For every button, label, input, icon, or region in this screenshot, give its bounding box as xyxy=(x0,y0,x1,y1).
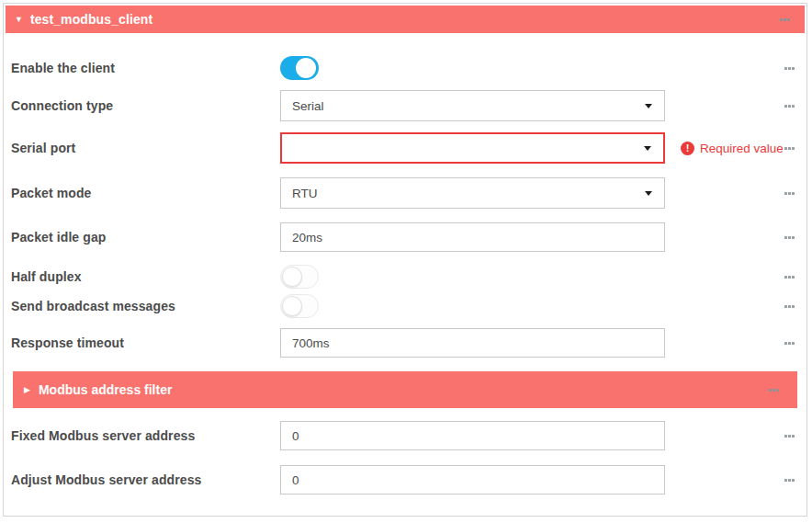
row-adjust-modbus-address: Adjust Modbus server address xyxy=(4,465,806,495)
fixed-modbus-address-label: Fixed Modbus server address xyxy=(11,428,280,443)
toggle-knob xyxy=(296,58,316,78)
serial-port-label: Serial port xyxy=(11,141,280,155)
ellipsis-menu-icon[interactable] xyxy=(784,236,795,239)
packet-mode-select[interactable]: RTU xyxy=(280,177,665,209)
serial-port-select[interactable] xyxy=(280,132,665,164)
connection-type-label: Connection type xyxy=(11,98,280,113)
caret-down-icon xyxy=(645,104,652,108)
ellipsis-menu-icon[interactable] xyxy=(784,342,795,345)
half-duplex-label: Half duplex xyxy=(11,269,280,284)
send-broadcast-label: Send broadcast messages xyxy=(11,299,280,313)
toggle-knob xyxy=(282,296,302,316)
select-value: Serial xyxy=(292,99,324,113)
ellipsis-menu-icon[interactable] xyxy=(769,389,779,392)
collapse-icon: ▼ xyxy=(15,16,23,24)
ellipsis-menu-icon[interactable] xyxy=(784,67,795,70)
ellipsis-menu-icon[interactable] xyxy=(784,479,795,482)
row-send-broadcast: Send broadcast messages xyxy=(4,294,806,318)
validation-error: ! Required value xyxy=(681,142,784,155)
packet-idle-gap-input[interactable] xyxy=(280,222,665,252)
toggle-knob xyxy=(282,267,302,287)
row-enable-client: Enable the client xyxy=(4,55,806,81)
row-packet-mode: Packet mode RTU xyxy=(4,177,806,209)
row-half-duplex: Half duplex xyxy=(4,265,806,289)
row-fixed-modbus-address: Fixed Modbus server address xyxy=(4,421,806,450)
enable-client-label: Enable the client xyxy=(11,61,280,75)
enable-client-toggle[interactable] xyxy=(280,56,319,80)
ellipsis-menu-icon[interactable] xyxy=(784,192,795,195)
ellipsis-menu-icon[interactable] xyxy=(784,305,795,308)
panel-header[interactable]: ▼ test_modbus_client xyxy=(6,6,805,33)
adjust-modbus-address-input[interactable] xyxy=(280,465,665,495)
error-text: Required value xyxy=(700,142,784,155)
row-packet-idle-gap: Packet idle gap xyxy=(4,222,806,252)
response-timeout-input[interactable] xyxy=(280,328,665,358)
subsection-title: Modbus address filter xyxy=(39,382,172,397)
packet-mode-label: Packet mode xyxy=(11,186,280,200)
subsection-header-modbus-address-filter[interactable]: ▶ Modbus address filter xyxy=(13,371,797,408)
ellipsis-menu-icon[interactable] xyxy=(784,105,795,108)
select-value: RTU xyxy=(292,187,318,200)
expand-icon: ▶ xyxy=(24,386,30,394)
packet-idle-gap-label: Packet idle gap xyxy=(11,230,280,244)
caret-down-icon xyxy=(645,191,652,196)
row-connection-type: Connection type Serial xyxy=(4,90,806,121)
ellipsis-menu-icon[interactable] xyxy=(780,18,790,21)
adjust-modbus-address-label: Adjust Modbus server address xyxy=(11,472,280,487)
row-serial-port: Serial port ! Required value xyxy=(4,132,806,164)
fixed-modbus-address-input[interactable] xyxy=(280,421,665,450)
caret-down-icon xyxy=(644,146,651,151)
response-timeout-label: Response timeout xyxy=(11,335,280,350)
connection-type-select[interactable]: Serial xyxy=(280,90,665,121)
row-response-timeout: Response timeout xyxy=(4,328,806,358)
panel-title: test_modbus_client xyxy=(30,12,152,27)
ellipsis-menu-icon[interactable] xyxy=(784,147,795,150)
send-broadcast-toggle[interactable] xyxy=(280,294,319,318)
ellipsis-menu-icon[interactable] xyxy=(784,276,795,279)
ellipsis-menu-icon[interactable] xyxy=(784,435,795,438)
modbus-client-panel: ▼ test_modbus_client Enable the client C… xyxy=(3,3,807,517)
error-icon: ! xyxy=(681,142,694,155)
half-duplex-toggle[interactable] xyxy=(280,265,319,289)
